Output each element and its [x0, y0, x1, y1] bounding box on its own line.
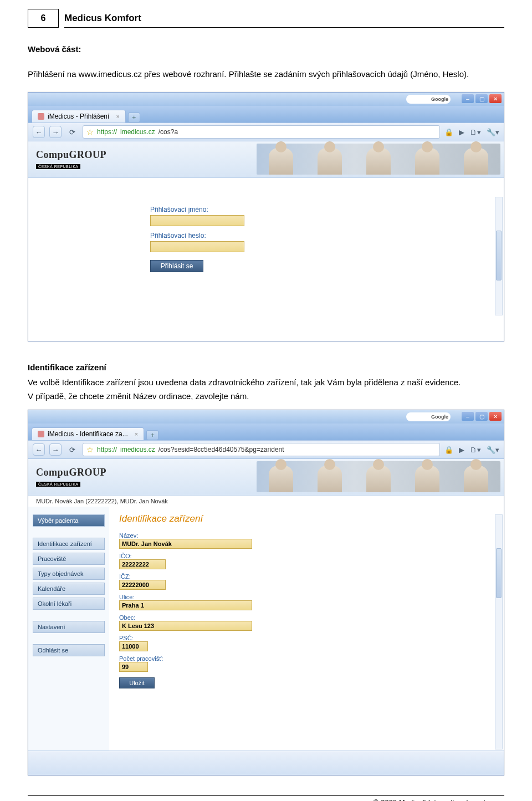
reload-button[interactable]: ⟳ — [66, 443, 78, 456]
obec-input[interactable]: K Lesu 123 — [119, 621, 252, 631]
sidebar-item-typy-objednavek[interactable]: Typy objednávek — [33, 568, 105, 580]
ico-input[interactable]: 22222222 — [119, 559, 166, 569]
back-button[interactable]: ← — [33, 126, 45, 138]
scrollbar-thumb[interactable] — [496, 548, 502, 598]
url-bar[interactable]: ☆ https://imedicus.cz/cos?sesid=8cc5ed46… — [83, 443, 440, 456]
tab-bar: iMedicus - Přihlášení × + — [28, 106, 504, 123]
sidebar-item-odhlasit[interactable]: Odhlásit se — [33, 644, 105, 656]
tab-close-icon[interactable]: × — [135, 431, 138, 437]
site-banner: CompuGROUP ČESKÁ REPUBLIKA — [28, 459, 504, 496]
search-google[interactable]: Google — [406, 412, 451, 421]
identifikace-form: Identifikace zařízení Název: MUDr. Jan N… — [109, 507, 504, 751]
sidebar-item-nastaveni[interactable]: Nastavení — [33, 621, 105, 633]
pocet-label: Počet pracovišť: — [119, 655, 494, 662]
save-button[interactable]: Uložit — [119, 677, 155, 688]
ico-label: IČO: — [119, 553, 494, 559]
icz-label: IČZ: — [119, 573, 494, 580]
play-icon[interactable]: ▶ — [459, 128, 464, 136]
page-icon[interactable]: 🗋▾ — [470, 446, 481, 454]
scrollbar-thumb[interactable] — [496, 231, 502, 280]
browser-tab[interactable]: iMedicus - Identifikace za... × — [32, 427, 144, 440]
google-label: Google — [431, 96, 448, 102]
new-tab-button[interactable]: + — [146, 430, 158, 440]
section2-text2: V případě, že chcete změnit Název ordina… — [28, 390, 504, 402]
window-titlebar: Google – ▢ ✕ — [28, 410, 504, 424]
url-path: /cos?a — [158, 128, 178, 136]
tab-title: iMedicus - Přihlášení — [48, 113, 109, 120]
banner-image — [257, 461, 500, 492]
bookmark-star-icon[interactable]: ☆ — [86, 127, 94, 136]
site-banner: CompuGROUP ČESKÁ REPUBLIKA — [28, 141, 504, 178]
reload-button[interactable]: ⟳ — [66, 126, 78, 138]
search-google[interactable]: Google — [406, 95, 451, 104]
play-icon[interactable]: ▶ — [459, 446, 464, 454]
banner-image — [257, 144, 500, 175]
footer-copyright: © 2009 Medisoft International, spol. s r… — [28, 798, 504, 801]
url-scheme: https:// — [97, 128, 117, 136]
new-tab-button[interactable]: + — [128, 113, 140, 123]
wrench-icon[interactable]: 🔧▾ — [487, 446, 499, 454]
status-bar — [28, 751, 504, 775]
scrollbar[interactable] — [495, 514, 503, 749]
sidebar-item-kalendare[interactable]: Kalendáře — [33, 583, 105, 595]
section1-paragraph: Přihlášení na www.imedicus.cz přes webov… — [28, 68, 504, 80]
forward-button[interactable]: → — [49, 443, 62, 456]
ulice-label: Ulice: — [119, 594, 494, 600]
site-logo: CompuGROUP ČESKÁ REPUBLIKA — [36, 467, 106, 487]
url-bar[interactable]: ☆ https://imedicus.cz/cos?a — [83, 125, 440, 139]
tab-bar: iMedicus - Identifikace za... × + — [28, 424, 504, 440]
login-button[interactable]: Přihlásit se — [150, 260, 203, 272]
ulice-input[interactable]: Praha 1 — [119, 600, 252, 610]
nazev-input[interactable]: MUDr. Jan Novák — [119, 539, 252, 549]
logo-text: CompuGROUP — [36, 149, 106, 161]
sidebar-item-identifikace[interactable]: Identifikace zařízení — [33, 538, 105, 550]
obec-label: Obec: — [119, 614, 494, 621]
maximize-button[interactable]: ▢ — [475, 94, 488, 103]
username-input[interactable] — [150, 215, 244, 226]
bookmark-star-icon[interactable]: ☆ — [86, 445, 94, 454]
favicon-icon — [38, 431, 44, 437]
site-logo: CompuGROUP ČESKÁ REPUBLIKA — [36, 149, 106, 170]
password-label: Přihlašovací heslo: — [150, 232, 504, 239]
maximize-button[interactable]: ▢ — [475, 412, 488, 421]
tab-close-icon[interactable]: × — [116, 113, 119, 120]
sidebar-item-vyber-pacienta[interactable]: Výběr pacienta — [33, 514, 105, 527]
username-label: Přihlašovací jméno: — [150, 206, 504, 213]
close-button[interactable]: ✕ — [489, 412, 502, 421]
lock-icon: 🔒 — [444, 128, 453, 136]
pocet-input[interactable]: 99 — [119, 662, 148, 672]
footer-divider — [28, 795, 504, 796]
page-icon[interactable]: 🗋▾ — [470, 128, 481, 136]
window-titlebar: Google – ▢ ✕ — [28, 93, 504, 106]
close-button[interactable]: ✕ — [489, 94, 502, 103]
section2-heading: Identifikace zařízení — [28, 363, 106, 372]
user-info: MUDr. Novák Jan (22222222), MUDr. Jan No… — [28, 496, 504, 507]
password-input[interactable] — [150, 241, 244, 252]
sidebar: Výběr pacienta Identifikace zařízení Pra… — [28, 507, 109, 751]
favicon-icon — [38, 113, 44, 120]
wrench-icon[interactable]: 🔧▾ — [487, 128, 499, 136]
browser-window-ident: Google – ▢ ✕ iMedicus - Identifikace za.… — [28, 410, 504, 776]
url-scheme: https:// — [97, 446, 117, 453]
icz-input[interactable]: 22222000 — [119, 580, 166, 590]
back-button[interactable]: ← — [33, 443, 45, 456]
browser-window-login: Google – ▢ ✕ iMedicus - Přihlášení × + ←… — [28, 92, 504, 341]
forward-button[interactable]: → — [49, 126, 62, 138]
doc-title: Medicus Komfort — [64, 13, 504, 28]
psc-label: PSČ: — [119, 635, 494, 641]
minimize-button[interactable]: – — [462, 412, 474, 421]
page-number: 6 — [28, 9, 59, 28]
panel-title: Identifikace zařízení — [119, 513, 494, 524]
psc-input[interactable]: 11000 — [119, 641, 148, 651]
tab-title: iMedicus - Identifikace za... — [48, 430, 128, 438]
sidebar-item-pracoviste[interactable]: Pracoviště — [33, 553, 105, 565]
google-label: Google — [431, 414, 448, 420]
scrollbar[interactable] — [495, 197, 503, 315]
browser-tab[interactable]: iMedicus - Přihlášení × — [32, 110, 126, 123]
nazev-label: Název: — [119, 532, 494, 539]
section1-heading: Webová část: — [28, 44, 81, 54]
lock-icon: 🔒 — [444, 446, 453, 454]
sidebar-item-okolni-lekari[interactable]: Okolní lékaři — [33, 598, 105, 610]
minimize-button[interactable]: – — [462, 94, 474, 103]
browser-toolbar: ← → ⟳ ☆ https://imedicus.cz/cos?sesid=8c… — [28, 440, 504, 459]
